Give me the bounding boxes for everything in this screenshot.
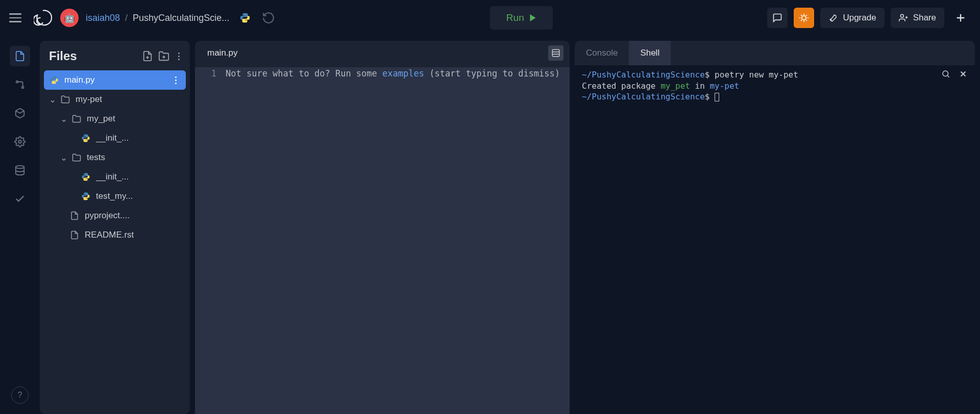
svg-point-4 [18,140,21,143]
run-label: Run [506,12,524,23]
svg-point-0 [802,16,806,20]
editor-panel: main.py 1 Not sure what to do? Run some … [195,41,570,414]
user-avatar[interactable]: 🤖 [60,9,79,27]
chat-icon [772,13,782,23]
folder-icon [71,114,82,124]
tree-item-README-rst[interactable]: README.rst [44,225,186,245]
tree-item-pyproject----[interactable]: pyproject.... [44,206,186,225]
new-folder-icon[interactable] [158,50,169,62]
line-number: 1 [195,67,226,414]
tree-item-my-pet[interactable]: ⌄my-pet [44,90,186,109]
svg-point-13 [943,71,948,76]
share-label: Share [913,13,936,23]
chat-button[interactable] [767,8,788,28]
files-panel: Files main.py⌄my-pet⌄my_pet__init_...⌄te… [40,41,190,414]
tree-item-label: __init_... [96,133,129,143]
share-button[interactable]: Share [891,8,944,28]
terminal-close-icon[interactable] [959,69,968,82]
svg-point-2 [16,81,18,83]
add-button[interactable] [950,8,971,28]
terminal-search-icon[interactable] [941,69,950,82]
svg-line-14 [947,75,949,77]
run-button[interactable]: Run [490,6,553,30]
editor-panel-menu[interactable] [548,45,564,61]
tab-console[interactable]: Console [575,41,629,65]
debug-button[interactable] [794,8,814,28]
terminal[interactable]: ~/PushyCalculatingScience$ poetry new my… [575,65,975,414]
share-icon [899,13,908,22]
python-icon [239,12,251,23]
chevron-down-icon: ⌄ [60,152,66,163]
svg-rect-10 [552,49,559,57]
tree-item-label: tests [87,152,105,163]
file-icon [69,211,80,221]
svg-point-1 [900,14,903,17]
editor-content[interactable]: Not sure what to do? Run some examples (… [226,67,570,414]
breadcrumb-user[interactable]: isaiah08 [86,13,120,23]
tab-shell[interactable]: Shell [629,41,671,65]
breadcrumb-project[interactable]: PushyCalculatingScie... [133,13,229,23]
help-button[interactable]: ? [11,386,29,404]
rail-database[interactable] [10,160,30,180]
plus-icon [955,12,966,23]
chevron-down-icon: ⌄ [60,114,66,124]
chevron-down-icon: ⌄ [49,94,55,105]
rocket-icon [828,13,838,22]
python-icon [81,133,91,143]
svg-point-3 [22,87,24,89]
play-icon [529,14,536,21]
breadcrumb-separator: / [125,13,128,23]
upgrade-label: Upgrade [843,13,876,23]
rail-version[interactable] [10,74,30,95]
file-more-icon[interactable] [170,76,181,84]
tree-item---init----[interactable]: __init_... [44,128,186,148]
breadcrumb: isaiah08 / PushyCalculatingScie... [86,13,229,23]
tree-item-label: README.rst [85,230,134,240]
tree-item-label: my_pet [87,114,115,124]
python-icon [49,75,59,85]
files-more-icon[interactable] [175,50,183,62]
rail-files[interactable] [10,46,30,66]
history-icon[interactable] [262,11,275,24]
terminal-cursor [715,93,719,101]
bug-icon [799,13,809,23]
python-icon [81,191,91,201]
file-icon [69,230,80,240]
tree-item-label: main.py [64,75,95,85]
svg-point-5 [16,166,24,169]
tree-item-tests[interactable]: ⌄tests [44,148,186,167]
sidebar-rail: ? [5,41,35,414]
folder-icon [71,152,82,163]
files-title: Files [49,49,137,63]
tree-item-test-my---[interactable]: test_my... [44,187,186,206]
tree-item---init----[interactable]: __init_... [44,167,186,187]
rail-settings[interactable] [10,132,30,152]
logo-icon[interactable] [33,8,53,28]
console-panel: Console Shell ~/PushyCalculatingScience$… [575,41,975,414]
python-icon [81,172,91,182]
tree-item-label: pyproject.... [85,211,130,221]
editor-tab[interactable]: main.py [195,41,250,65]
upgrade-button[interactable]: Upgrade [820,8,884,28]
tree-item-main-py[interactable]: main.py [44,70,186,90]
tree-item-label: test_my... [96,191,133,201]
new-file-icon[interactable] [142,50,153,62]
tree-item-label: my-pet [76,94,102,105]
tree-item-label: __init_... [96,172,129,182]
rail-check[interactable] [10,189,30,209]
rail-packages[interactable] [10,103,30,123]
folder-icon [60,94,70,105]
tree-item-my-pet[interactable]: ⌄my_pet [44,109,186,128]
menu-button[interactable] [9,10,26,26]
